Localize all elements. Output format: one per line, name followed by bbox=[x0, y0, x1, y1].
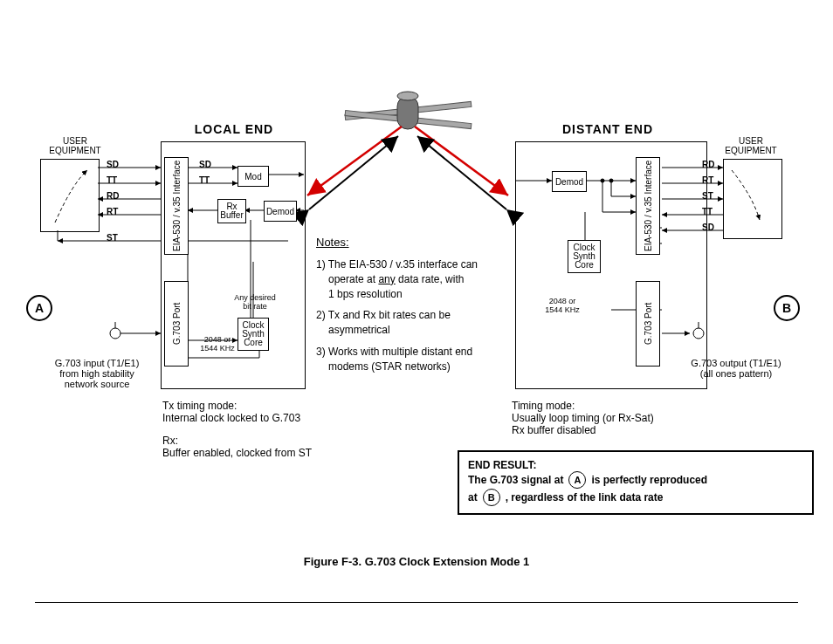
user-equipment-label-distant: USER EQUIPMENT bbox=[714, 136, 788, 155]
svg-rect-0 bbox=[345, 101, 472, 120]
g703-output-caption: G.703 output (T1/E1) (all ones pattern) bbox=[671, 358, 802, 379]
end-result-a-letter: A bbox=[574, 475, 581, 485]
end-result-b-letter: B bbox=[488, 492, 495, 503]
circle-b: B bbox=[774, 295, 800, 321]
clock-synth-distant-label: Clock Synth Core bbox=[573, 243, 595, 270]
note2a: 2) Tx and Rx bit rates can be bbox=[316, 308, 508, 323]
g703-port-distant: G.703 Port bbox=[636, 281, 660, 367]
figure-caption: Figure F-3. G.703 Clock Extension Mode 1 bbox=[0, 555, 833, 568]
dist-mode-title: Timing mode: bbox=[512, 400, 654, 412]
eia-interface-distant-label: EIA-530 / v.35 Interface bbox=[644, 161, 653, 251]
rx-buffer-block: Rx Buffer bbox=[217, 199, 246, 223]
sig-rt-d: RT bbox=[702, 175, 713, 185]
demod-distant: Demod bbox=[552, 171, 587, 192]
tx-mode-body: Internal clock locked to G.703 bbox=[162, 412, 312, 424]
g703-rate-local: 2048 or 1544 KHz bbox=[196, 335, 238, 353]
svg-point-3 bbox=[397, 92, 418, 100]
sig-st-d: ST bbox=[702, 191, 713, 201]
rx-mode-body: Buffer enabled, clocked from ST bbox=[162, 447, 312, 459]
circle-a: A bbox=[26, 295, 52, 321]
svg-line-5 bbox=[415, 127, 508, 195]
g703-input-caption: G.703 input (T1/E1) from high stability … bbox=[31, 358, 162, 389]
tx-mode-title: Tx timing mode: bbox=[162, 400, 312, 412]
mod-label: Mod bbox=[244, 172, 261, 182]
local-end-title: LOCAL END bbox=[164, 122, 304, 136]
svg-point-24 bbox=[110, 328, 120, 339]
distant-end-box bbox=[515, 141, 707, 389]
end-result-box: END RESULT: The G.703 signal at A is per… bbox=[458, 450, 814, 515]
end-result-title: END RESULT: bbox=[468, 459, 803, 471]
demod-local-label: Demod bbox=[266, 207, 294, 216]
clock-synth-distant: Clock Synth Core bbox=[568, 240, 601, 273]
user-equipment-box-distant bbox=[723, 159, 782, 239]
end-result-circle-a: A bbox=[568, 471, 586, 489]
clock-synth-local: Clock Synth Core bbox=[238, 318, 269, 351]
circle-b-letter: B bbox=[782, 301, 791, 315]
sig-tt-l2: TT bbox=[199, 175, 210, 185]
mod-block: Mod bbox=[238, 166, 269, 187]
end-result-line-a: The G.703 signal at bbox=[468, 474, 563, 486]
note1b-pre: operate at bbox=[328, 273, 378, 285]
sig-sd-d: SD bbox=[702, 223, 714, 232]
rx-buffer-label: Rx Buffer bbox=[220, 202, 244, 220]
note2b: asymmetrical bbox=[316, 323, 508, 338]
demod-distant-label: Demod bbox=[555, 177, 583, 187]
end-result-line-b: is perfectly reproduced bbox=[591, 474, 707, 486]
any-bit-rate: Any desired bit rate bbox=[229, 293, 281, 311]
clock-synth-local-label: Clock Synth Core bbox=[242, 321, 265, 347]
sig-st-l1: ST bbox=[107, 233, 118, 243]
sig-tt-d: TT bbox=[702, 207, 713, 216]
user-equipment-label-local: USER EQUIPMENT bbox=[38, 136, 112, 155]
g703-rate-distant: 2048 or 1544 KHz bbox=[541, 297, 583, 314]
svg-line-4 bbox=[307, 127, 402, 195]
svg-rect-1 bbox=[345, 110, 472, 128]
diagram-page: LOCAL END DISTANT END EIA-530 / v.35 Int… bbox=[0, 0, 833, 644]
g703-port-distant-label: G.703 Port bbox=[644, 303, 653, 345]
circle-a-letter: A bbox=[35, 301, 44, 315]
sig-rt-l1: RT bbox=[107, 207, 118, 216]
sig-tt-l1: TT bbox=[107, 175, 117, 185]
eia-interface-local: EIA-530 / v.35 Interface bbox=[164, 157, 189, 255]
dist-mode-body1: Usually loop timing (or Rx-Sat) bbox=[512, 412, 654, 424]
svg-rect-2 bbox=[397, 96, 418, 129]
sig-sd-l1: SD bbox=[107, 160, 119, 169]
note3a: 3) Works with multiple distant end bbox=[316, 345, 508, 360]
rx-mode-title: Rx: bbox=[162, 435, 312, 447]
eia-interface-distant: EIA-530 / v.35 Interface bbox=[636, 157, 660, 255]
note1a: 1) The EIA-530 / v.35 interface can bbox=[316, 257, 508, 272]
notes-heading: Notes: bbox=[316, 236, 508, 249]
end-result-circle-b: B bbox=[483, 489, 500, 506]
sig-sd-l2: SD bbox=[199, 160, 211, 169]
distant-end-title: DISTANT END bbox=[512, 122, 704, 136]
satellite-icon bbox=[345, 92, 472, 129]
notes-block: Notes: 1) The EIA-530 / v.35 interface c… bbox=[316, 236, 508, 374]
end-result-line-c: at bbox=[468, 491, 478, 504]
sig-rd-l1: RD bbox=[107, 191, 119, 201]
g703-port-local: G.703 Port bbox=[164, 281, 189, 367]
svg-line-7 bbox=[417, 136, 506, 209]
svg-line-6 bbox=[309, 136, 398, 209]
eia-interface-local-label: EIA-530 / v.35 Interface bbox=[172, 161, 182, 251]
user-equipment-box-local bbox=[40, 159, 100, 232]
demod-local: Demod bbox=[264, 201, 297, 222]
bottom-rule bbox=[35, 602, 798, 603]
sig-rd-d: RD bbox=[702, 160, 714, 169]
g703-port-local-label: G.703 Port bbox=[172, 303, 182, 345]
note1c: 1 bps resolution bbox=[316, 287, 508, 302]
dist-mode-body2: Rx buffer disabled bbox=[512, 424, 654, 436]
note3b: modems (STAR networks) bbox=[316, 360, 508, 374]
end-result-line-d: , regardless of the link data rate bbox=[506, 491, 664, 504]
note1b-post: data rate, with bbox=[396, 273, 465, 285]
note1b-u: any bbox=[378, 273, 395, 285]
